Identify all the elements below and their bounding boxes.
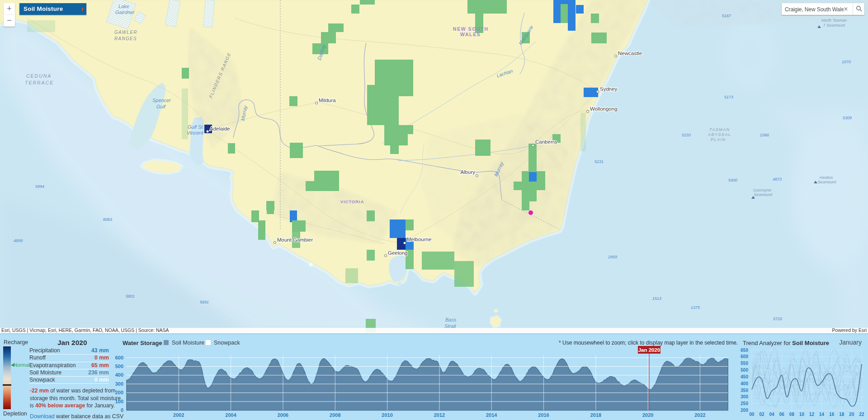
- svg-text:400: 400: [115, 372, 123, 378]
- svg-text:10: 10: [799, 412, 805, 417]
- svg-text:00: 00: [749, 412, 755, 417]
- svg-text:GAWLER: GAWLER: [114, 30, 137, 35]
- svg-text:2018: 2018: [590, 412, 601, 418]
- svg-text:Newcastle: Newcastle: [618, 51, 642, 56]
- svg-text:2020: 2020: [642, 412, 653, 418]
- svg-text:Sydney: Sydney: [600, 86, 618, 92]
- svg-text:Gulf: Gulf: [156, 104, 166, 109]
- svg-text:5400: 5400: [728, 178, 737, 182]
- svg-text:Esri, USGS | Vicmap, Esri, HER: Esri, USGS | Vicmap, Esri, HERE, Garmin,…: [1, 327, 169, 333]
- svg-text:NEW SOUTH: NEW SOUTH: [453, 26, 489, 32]
- svg-text:300: 300: [115, 381, 123, 387]
- svg-text:250: 250: [741, 401, 748, 406]
- svg-text:Lake: Lake: [118, 4, 129, 9]
- svg-text:500: 500: [115, 364, 123, 369]
- svg-text:Gairdner: Gairdner: [115, 9, 135, 15]
- svg-text:2008: 2008: [330, 412, 340, 418]
- svg-text:2004: 2004: [225, 412, 236, 418]
- svg-text:2014: 2014: [486, 412, 497, 418]
- svg-text:550: 550: [741, 361, 748, 366]
- svg-text:Powered by Esri: Powered by Esri: [832, 327, 867, 333]
- svg-text:Jan 2020: Jan 2020: [638, 347, 660, 353]
- svg-text:600: 600: [115, 355, 123, 360]
- svg-text:Geelong: Geelong: [388, 250, 407, 256]
- svg-text:8083: 8083: [103, 217, 112, 222]
- svg-text:300: 300: [741, 394, 748, 399]
- svg-text:650: 650: [741, 348, 748, 353]
- svg-text:Vincent: Vincent: [187, 130, 203, 135]
- svg-text:Adelaide: Adelaide: [210, 126, 230, 131]
- svg-text:TASMAN: TASMAN: [709, 127, 730, 132]
- svg-text:06: 06: [779, 412, 785, 417]
- svg-text:RANGES: RANGES: [114, 36, 137, 41]
- svg-text:1070: 1070: [842, 60, 851, 64]
- svg-text:2959: 2959: [608, 255, 617, 259]
- svg-text:02: 02: [760, 412, 765, 417]
- svg-text:Seamount: Seamount: [817, 180, 836, 184]
- svg-text:200: 200: [741, 408, 748, 413]
- svg-text:2010: 2010: [382, 412, 392, 418]
- svg-text:14: 14: [819, 412, 825, 417]
- svg-text:Spencer: Spencer: [152, 98, 171, 103]
- svg-text:5994: 5994: [35, 184, 44, 189]
- svg-text:Albury: Albury: [460, 169, 475, 175]
- svg-text:0: 0: [121, 407, 123, 413]
- svg-text:CEDUNA: CEDUNA: [26, 73, 52, 79]
- svg-text:5691: 5691: [200, 300, 209, 304]
- svg-text:600: 600: [741, 354, 748, 359]
- svg-text:4873: 4873: [773, 177, 782, 182]
- svg-text:Gulf St: Gulf St: [188, 124, 203, 130]
- svg-text:Mildura: Mildura: [319, 98, 336, 103]
- svg-text:18: 18: [839, 412, 844, 417]
- svg-text:TERRACE: TERRACE: [25, 80, 54, 85]
- svg-text:450: 450: [741, 374, 748, 379]
- svg-text:4899: 4899: [14, 238, 23, 243]
- svg-text:5231: 5231: [594, 159, 604, 164]
- svg-text:Gascoyne: Gascoyne: [753, 188, 772, 192]
- svg-text:22: 22: [859, 412, 864, 417]
- svg-text:20: 20: [849, 412, 854, 417]
- svg-text:VICTORIA: VICTORIA: [340, 199, 364, 204]
- svg-text:400: 400: [741, 381, 748, 386]
- svg-text:North Tasman: North Tasman: [821, 18, 847, 23]
- svg-text:Mount Gambier: Mount Gambier: [277, 237, 313, 243]
- svg-text:ABYSSAL: ABYSSAL: [708, 132, 731, 137]
- svg-text:1375: 1375: [691, 305, 700, 310]
- svg-text:Melbourne: Melbourne: [407, 237, 431, 242]
- svg-text:350: 350: [741, 388, 748, 393]
- svg-text:5801: 5801: [126, 294, 135, 299]
- svg-text:5233: 5233: [682, 133, 691, 137]
- svg-text:7 Seamount: 7 Seamount: [823, 23, 845, 28]
- svg-text:Seamount: Seamount: [754, 192, 773, 197]
- svg-text:PLAIN: PLAIN: [711, 137, 726, 142]
- svg-text:Awatea: Awatea: [819, 175, 833, 180]
- svg-text:08: 08: [789, 412, 795, 417]
- svg-text:Wollongong: Wollongong: [590, 106, 618, 112]
- svg-text:Canberra: Canberra: [535, 139, 557, 145]
- svg-text:2012: 2012: [434, 412, 445, 418]
- svg-text:2016: 2016: [538, 412, 549, 418]
- svg-text:04: 04: [769, 412, 775, 417]
- svg-text:5173: 5173: [724, 95, 733, 99]
- svg-text:2022: 2022: [694, 412, 705, 418]
- svg-text:WALES: WALES: [460, 32, 481, 37]
- svg-text:2002: 2002: [173, 412, 184, 418]
- svg-text:Bass: Bass: [445, 317, 457, 322]
- svg-text:12: 12: [809, 412, 815, 417]
- svg-text:2006: 2006: [278, 412, 288, 418]
- svg-text:5720: 5720: [773, 317, 782, 321]
- svg-text:16: 16: [829, 412, 835, 417]
- svg-text:1513: 1513: [652, 296, 661, 301]
- svg-text:2366: 2366: [760, 133, 769, 137]
- svg-text:5167: 5167: [722, 14, 731, 18]
- svg-text:5309: 5309: [843, 116, 852, 120]
- svg-text:500: 500: [741, 368, 748, 373]
